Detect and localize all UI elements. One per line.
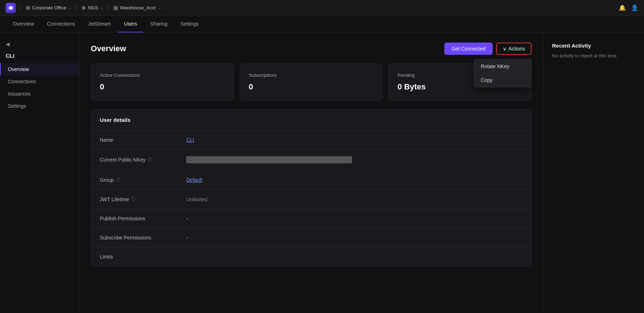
user-details-card: User details Name CLI Current Public NKe… — [91, 109, 532, 266]
details-key-nkey: Current Public NKey ⓘ — [100, 157, 186, 163]
chevron-down-icon-1: ⌄ — [100, 5, 103, 10]
user-avatar-icon[interactable]: 👤 — [631, 4, 638, 11]
tab-jetstream[interactable]: JetStream — [82, 16, 117, 32]
breadcrumb-sep-1: / — [76, 5, 77, 11]
sidebar: ◀ CLI Overview Connections Issuances Set… — [0, 32, 79, 312]
app-logo[interactable] — [6, 3, 16, 13]
details-row-name: Name CLI — [91, 131, 531, 150]
bell-icon[interactable]: 🔔 — [619, 4, 626, 11]
details-key-publish-permissions: Publish Permissions — [100, 216, 186, 221]
details-key-limits: Limits — [100, 254, 186, 260]
details-row-jwt-lifetime: JWT Lifetime ⓘ Unlimited — [91, 190, 531, 209]
dropdown-item-copy[interactable]: Copy — [474, 73, 531, 87]
breadcrumb-ngs[interactable]: ⊕ NGS ⌄ — [82, 5, 103, 10]
info-icon-nkey[interactable]: ⓘ — [148, 157, 152, 163]
info-icon-jwt-lifetime[interactable]: ⓘ — [131, 196, 136, 202]
tab-settings[interactable]: Settings — [175, 16, 205, 32]
sidebar-title: CLI — [0, 53, 79, 63]
stat-card-subscriptions: Subscriptions 0 — [240, 63, 383, 101]
sidebar-item-overview[interactable]: Overview — [0, 63, 79, 75]
breadcrumb-warehouse-acct[interactable]: ▤ Warehouse_Acct ⌄ — [114, 5, 161, 10]
topbar-left: / ⊞ Corporate Office ⌄ / ⊕ NGS ⌄ / ▤ War… — [6, 3, 161, 13]
tab-users[interactable]: Users — [118, 16, 143, 32]
details-row-group: Group ⓘ Default — [91, 170, 531, 190]
subscriptions-value: 0 — [249, 82, 374, 92]
details-key-subscribe-permissions: Subscribe Permissions — [100, 235, 186, 241]
tab-overview[interactable]: Overview — [7, 16, 40, 32]
stats-row: Active Connections 0 Subscriptions 0 Pen… — [91, 63, 532, 101]
details-val-publish-permissions: - — [186, 216, 188, 221]
details-val-jwt-lifetime: Unlimited — [186, 197, 207, 202]
active-connections-value: 0 — [100, 82, 225, 92]
breadcrumb-sep-2: / — [108, 5, 109, 11]
active-connections-label: Active Connections — [100, 72, 225, 78]
sidebar-collapse-button[interactable]: ◀ — [0, 38, 79, 50]
details-key-name: Name — [100, 137, 186, 143]
sidebar-item-issuances[interactable]: Issuances — [0, 88, 79, 100]
recent-activity-title: Recent Activity — [552, 43, 635, 49]
page-title: Overview — [91, 44, 126, 53]
breadcrumb-sep-0: / — [20, 5, 22, 11]
details-row-nkey: Current Public NKey ⓘ — [91, 150, 531, 170]
chevron-down-icon-0: ⌄ — [68, 5, 72, 10]
details-key-jwt-lifetime: JWT Lifetime ⓘ — [100, 196, 186, 202]
breadcrumb-corporate-office[interactable]: ⊞ Corporate Office ⌄ — [26, 5, 72, 10]
details-row-subscribe-permissions: Subscribe Permissions - — [91, 228, 531, 247]
tab-connections[interactable]: Connections — [41, 16, 81, 32]
stat-card-active-connections: Active Connections 0 — [91, 63, 234, 101]
header-actions: Get Connected ∨ Actions Rotate NKey Copy — [444, 43, 532, 55]
details-row-publish-permissions: Publish Permissions - — [91, 209, 531, 228]
details-key-group: Group ⓘ — [100, 177, 186, 183]
tab-navigation: Overview Connections JetStream Users Sha… — [0, 16, 644, 32]
right-panel: Recent Activity No activity to report at… — [543, 32, 644, 312]
sidebar-item-connections[interactable]: Connections — [0, 75, 79, 88]
nkey-blurred-value — [186, 156, 352, 163]
content-area: Overview Get Connected ∨ Actions Rotate … — [79, 32, 543, 312]
page-header: Overview Get Connected ∨ Actions Rotate … — [91, 43, 532, 55]
collapse-icon: ◀ — [6, 41, 10, 47]
breadcrumb-warehouse-acct-label: Warehouse_Acct — [120, 5, 156, 10]
actions-chevron-icon: ∨ — [503, 46, 506, 52]
actions-label: Actions — [508, 46, 525, 52]
details-val-nkey — [186, 156, 352, 163]
tab-sharing[interactable]: Sharing — [145, 16, 173, 32]
main-layout: ◀ CLI Overview Connections Issuances Set… — [0, 32, 644, 312]
recent-activity-empty: No activity to report at this time. — [552, 53, 635, 58]
user-details-header: User details — [91, 110, 531, 131]
details-val-name[interactable]: CLI — [186, 137, 194, 143]
topbar-right: 🔔 👤 — [619, 4, 638, 11]
subscriptions-label: Subscriptions — [249, 72, 374, 78]
actions-dropdown-menu: Rotate NKey Copy — [474, 59, 532, 87]
dropdown-item-rotate-nkey[interactable]: Rotate NKey — [474, 59, 531, 73]
details-val-group[interactable]: Default — [186, 177, 202, 183]
actions-button[interactable]: ∨ Actions — [496, 43, 532, 55]
info-icon-group[interactable]: ⓘ — [116, 177, 120, 183]
details-row-limits: Limits — [91, 247, 531, 266]
details-val-subscribe-permissions: - — [186, 235, 188, 241]
get-connected-button[interactable]: Get Connected — [444, 43, 493, 55]
globe-icon: ⊕ — [82, 5, 86, 10]
grid-icon: ⊞ — [26, 5, 30, 10]
breadcrumb-corporate-office-label: Corporate Office — [32, 5, 66, 10]
sidebar-item-settings[interactable]: Settings — [0, 100, 79, 112]
chevron-down-icon-2: ⌄ — [158, 5, 161, 10]
breadcrumb-ngs-label: NGS — [88, 5, 98, 10]
topbar: / ⊞ Corporate Office ⌄ / ⊕ NGS ⌄ / ▤ War… — [0, 0, 644, 16]
server-icon: ▤ — [114, 5, 118, 10]
